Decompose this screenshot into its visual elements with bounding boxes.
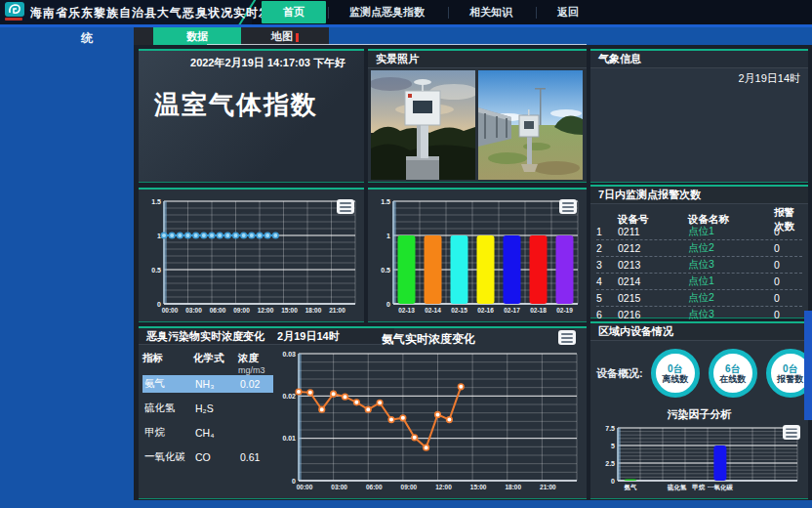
nav-item[interactable]: 相关知识	[448, 1, 534, 23]
odor-table-row[interactable]: 氨气NH₃0.02	[142, 375, 273, 393]
alarm-row-device-id: 0215	[618, 292, 688, 304]
odor-unit: mg/m3	[238, 365, 273, 375]
tab-cursor-mark	[296, 33, 299, 42]
ammonia-chart-title: 氨气实时浓度变化	[275, 331, 582, 348]
chart-toolbox-icon[interactable]	[337, 199, 354, 214]
weather-panel: 气象信息 2月19日14时	[590, 49, 808, 183]
daily-bar-chart-panel: 00.511.502-1302-1402-1502-1602-1702-1802…	[368, 188, 587, 322]
svg-text:甲烷: 甲烷	[692, 484, 706, 490]
odor-col-concentration: 浓度 mg/m3	[238, 352, 273, 375]
alarm-row-index: 3	[596, 259, 618, 271]
odor-row-name: 氨气	[144, 377, 195, 391]
alarm-table-header: 设备号 设备名称 报警次数	[596, 206, 802, 224]
greenhouse-line-chart[interactable]: 00.511.500:0003:0006:0009:0012:0015:0018…	[141, 195, 360, 318]
scroll-strip[interactable]	[804, 311, 812, 420]
ammonia-chart-area: 氨气实时浓度变化 00.010.020.0300:0003:0006:0009:…	[275, 331, 582, 494]
svg-text:7.5: 7.5	[605, 425, 615, 432]
odor-table-row[interactable]: 一氧化碳CO0.61	[142, 448, 273, 466]
bottom-edge	[0, 500, 812, 508]
svg-text:0.5: 0.5	[381, 267, 390, 274]
svg-text:0.5: 0.5	[151, 267, 161, 274]
svg-text:15:00: 15:00	[281, 307, 298, 314]
alarm-row-count: 0	[774, 275, 802, 287]
svg-text:15:00: 15:00	[470, 484, 487, 490]
site-photo-2	[478, 70, 583, 180]
device-panel-title: 区域内设备情况	[590, 323, 808, 341]
svg-text:硫化氢: 硫化氢	[667, 484, 687, 491]
alarm-row-index: 5	[596, 292, 618, 304]
odor-row-formula: CO	[195, 451, 240, 463]
alarm-row-device-id: 0216	[618, 309, 688, 320]
alarm-row-device-name: 点位1	[688, 275, 774, 288]
svg-text:18:00: 18:00	[305, 307, 322, 314]
stat-count: 0台	[783, 363, 798, 374]
svg-text:0.02: 0.02	[282, 393, 296, 400]
odor-row-value: 0.02	[240, 378, 273, 390]
clock-panel: 2022年2月19日 14:17:03 下午好 温室气体指数	[139, 49, 364, 183]
svg-text:2.5: 2.5	[605, 460, 615, 467]
odor-row-formula: CH₄	[195, 427, 240, 439]
app-title: 海南省乐东黎族自治县大气恶臭状况实时发布系	[30, 5, 297, 21]
stat-circle: 0台离线数	[651, 349, 700, 398]
alarm-row-device-name: 点位1	[688, 225, 774, 238]
site-photo-1	[371, 70, 475, 180]
nav-item[interactable]: 监测点恶臭指数	[328, 1, 446, 23]
svg-text:02-16: 02-16	[477, 307, 494, 314]
greenhouse-index-title: 温室气体指数	[154, 88, 318, 122]
stat-label: 报警数	[777, 374, 803, 384]
svg-text:00:00: 00:00	[162, 307, 179, 314]
weather-timestamp: 2月19日14时	[738, 71, 800, 86]
odor-table-row[interactable]: 硫化氢H₂S	[142, 400, 273, 417]
alarm-table-row: 40214点位10	[596, 274, 802, 290]
pollution-factor-bar-chart[interactable]: 02.557.5氨气硫化氢甲烷一氧化碳	[594, 422, 802, 494]
alarm-table-row: 50215点位20	[596, 290, 802, 307]
svg-text:09:00: 09:00	[233, 307, 250, 314]
alarm-row-count: 0	[774, 242, 802, 254]
svg-text:氨气: 氨气	[623, 484, 637, 491]
odor-table-row[interactable]: 甲烷CH₄	[142, 424, 273, 442]
svg-text:0.03: 0.03	[282, 351, 296, 358]
factor-chart-title: 污染因子分析	[590, 407, 808, 422]
alarm-table-row: 10211点位10	[596, 224, 802, 240]
svg-text:0: 0	[292, 478, 296, 485]
chart-toolbox-icon[interactable]	[558, 330, 576, 345]
alarm-row-device-id: 0212	[618, 242, 688, 254]
daily-bar-chart[interactable]: 00.511.502-1302-1402-1502-1602-1702-1802…	[370, 195, 583, 318]
svg-text:02-17: 02-17	[504, 307, 520, 314]
alarm-row-count: 0	[774, 226, 802, 237]
odor-row-value: 0.61	[240, 451, 273, 463]
stat-count: 6台	[725, 363, 741, 374]
device-overview: 设备概况: 0台离线数6台在线数0台报警数	[590, 343, 808, 403]
svg-text:02-19: 02-19	[556, 307, 573, 314]
svg-text:06:00: 06:00	[366, 484, 383, 490]
alarm-row-index: 1	[596, 226, 618, 237]
logo-icon	[5, 2, 26, 22]
odor-row-formula: NH₃	[195, 378, 240, 390]
ammonia-line-chart[interactable]: 00.010.020.0300:0003:0006:0009:0012:0015…	[275, 348, 582, 494]
dashboard-root: 海南省乐东黎族自治县大气恶臭状况实时发布系 首页监测点恶臭指数相关知识返回 统 …	[0, 0, 812, 508]
nav-item[interactable]: 返回	[536, 1, 600, 23]
alarm-col-device-id: 设备号	[618, 213, 688, 227]
alarm-row-index: 6	[596, 309, 618, 320]
svg-text:0: 0	[611, 478, 615, 485]
alarm-row-device-id: 0213	[618, 259, 688, 271]
odor-panel: 恶臭污染物实时浓度变化 2月19日14时 指标 化学式 浓度 mg/m3 氨气N…	[139, 326, 587, 499]
view-tab[interactable]: 数据	[153, 27, 241, 45]
odor-row-name: 一氧化碳	[144, 450, 195, 464]
alarm-row-count: 0	[774, 309, 802, 320]
stat-label: 在线数	[719, 374, 746, 384]
alarm-row-device-name: 点位2	[688, 291, 774, 305]
chart-toolbox-icon[interactable]	[559, 199, 577, 214]
svg-text:21:00: 21:00	[540, 484, 556, 490]
alarm-panel-title: 7日内监测点报警次数	[590, 187, 808, 204]
svg-text:03:00: 03:00	[185, 307, 202, 314]
device-overview-label: 设备概况:	[596, 366, 643, 381]
device-panel: 区域内设备情况 设备概况: 0台离线数6台在线数0台报警数 污染因子分析 02.…	[590, 321, 808, 499]
svg-text:一氧化碳: 一氧化碳	[708, 484, 734, 491]
svg-text:1.5: 1.5	[151, 198, 161, 205]
alarm-table: 设备号 设备名称 报警次数 10211点位1020212点位2030213点位3…	[590, 204, 808, 323]
svg-text:02-14: 02-14	[425, 307, 441, 314]
svg-text:1.5: 1.5	[381, 198, 390, 205]
nav-item[interactable]: 首页	[262, 1, 326, 23]
view-tab[interactable]: 地图	[241, 27, 329, 45]
